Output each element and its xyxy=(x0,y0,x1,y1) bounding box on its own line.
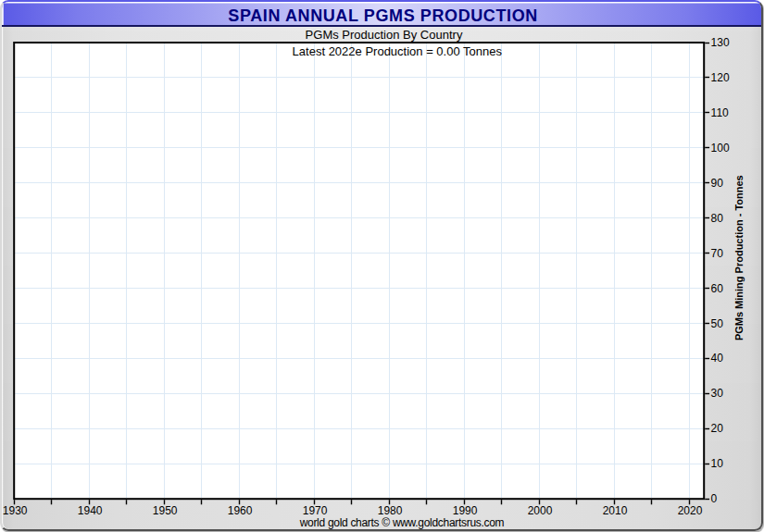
svg-text:80: 80 xyxy=(711,212,724,225)
svg-text:Latest 2022e Production = 0.00: Latest 2022e Production = 0.00 Tonnes xyxy=(293,44,503,58)
svg-text:70: 70 xyxy=(711,247,724,260)
svg-text:0: 0 xyxy=(711,492,718,505)
svg-text:1960: 1960 xyxy=(228,504,253,517)
svg-text:1930: 1930 xyxy=(3,504,28,517)
svg-text:50: 50 xyxy=(711,317,724,330)
svg-text:1980: 1980 xyxy=(378,504,403,517)
svg-text:1970: 1970 xyxy=(303,504,328,517)
svg-text:30: 30 xyxy=(711,387,724,400)
svg-text:130: 130 xyxy=(711,36,730,49)
svg-text:60: 60 xyxy=(711,282,724,295)
svg-text:1950: 1950 xyxy=(153,504,178,517)
svg-text:PGMs Mining Production - Tonne: PGMs Mining Production - Tonnes xyxy=(733,175,745,340)
svg-text:100: 100 xyxy=(711,142,730,155)
svg-text:1940: 1940 xyxy=(78,504,103,517)
svg-text:40: 40 xyxy=(711,352,724,365)
svg-text:110: 110 xyxy=(711,106,729,119)
svg-text:2010: 2010 xyxy=(603,504,628,517)
svg-text:90: 90 xyxy=(711,177,724,190)
svg-text:10: 10 xyxy=(711,457,724,470)
svg-text:PGMs Production By Country: PGMs Production By Country xyxy=(306,28,463,42)
svg-text:1990: 1990 xyxy=(453,504,478,517)
svg-text:2020: 2020 xyxy=(678,504,703,517)
svg-text:2000: 2000 xyxy=(528,504,553,517)
svg-text:world gold charts © www.goldch: world gold charts © www.goldchartsrus.co… xyxy=(299,516,505,529)
svg-text:20: 20 xyxy=(711,422,724,435)
svg-text:120: 120 xyxy=(711,71,730,84)
